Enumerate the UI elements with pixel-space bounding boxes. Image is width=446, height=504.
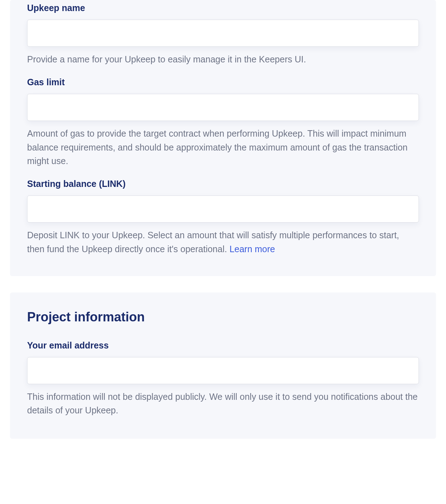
upkeep-name-helper: Provide a name for your Upkeep to easily…	[27, 52, 419, 66]
upkeep-details-card: Upkeep name Provide a name for your Upke…	[10, 0, 436, 276]
gas-limit-input[interactable]	[27, 94, 419, 121]
gas-limit-label: Gas limit	[27, 77, 419, 87]
email-input[interactable]	[27, 357, 419, 384]
upkeep-name-field: Upkeep name Provide a name for your Upke…	[27, 3, 419, 66]
email-label: Your email address	[27, 340, 419, 351]
starting-balance-field: Starting balance (LINK) Deposit LINK to …	[27, 179, 419, 256]
project-information-title: Project information	[27, 310, 419, 325]
email-helper: This information will not be displayed p…	[27, 390, 419, 418]
project-information-card: Project information Your email address T…	[10, 292, 436, 439]
upkeep-name-input[interactable]	[27, 20, 419, 47]
upkeep-name-label: Upkeep name	[27, 3, 419, 13]
starting-balance-helper-text: Deposit LINK to your Upkeep. Select an a…	[27, 230, 399, 254]
starting-balance-input[interactable]	[27, 195, 419, 223]
gas-limit-helper: Amount of gas to provide the target cont…	[27, 127, 419, 168]
starting-balance-helper: Deposit LINK to your Upkeep. Select an a…	[27, 228, 419, 256]
email-field: Your email address This information will…	[27, 340, 419, 418]
learn-more-link[interactable]: Learn more	[230, 244, 275, 254]
starting-balance-label: Starting balance (LINK)	[27, 179, 419, 189]
gas-limit-field: Gas limit Amount of gas to provide the t…	[27, 77, 419, 168]
